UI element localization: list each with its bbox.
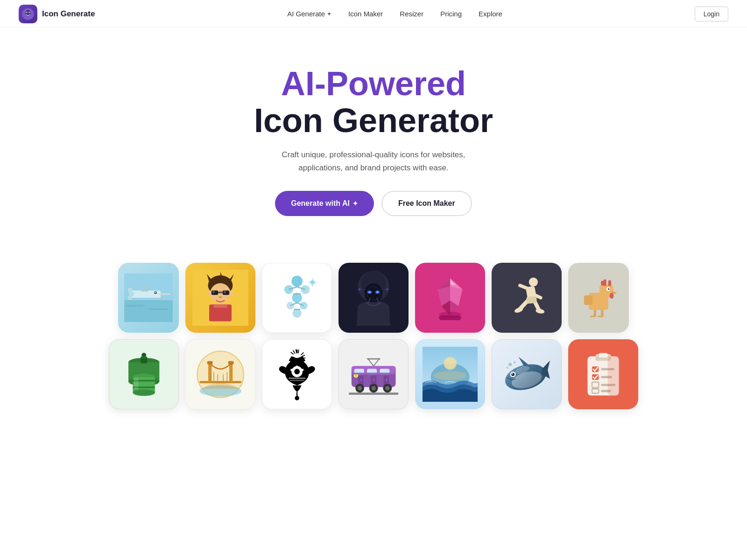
nav-item-resizer[interactable]: Resizer (400, 10, 423, 18)
svg-rect-100 (601, 310, 603, 317)
svg-point-5 (29, 12, 30, 13)
svg-point-108 (133, 389, 155, 396)
svg-rect-11 (128, 288, 132, 292)
list-item (262, 339, 332, 409)
svg-rect-102 (598, 315, 603, 317)
list-item (338, 263, 409, 333)
svg-rect-120 (229, 363, 233, 382)
list-item (492, 339, 562, 409)
svg-point-182 (506, 366, 508, 369)
svg-rect-26 (211, 290, 218, 295)
generate-ai-button[interactable]: Generate with AI ✦ (275, 191, 374, 216)
logo[interactable]: Icon Generate (19, 5, 95, 23)
svg-point-35 (284, 285, 293, 294)
list-item (185, 263, 255, 333)
svg-rect-144 (290, 380, 304, 381)
list-item (185, 339, 255, 409)
svg-line-167 (374, 359, 379, 366)
svg-point-64 (387, 288, 389, 290)
svg-point-31 (218, 296, 222, 298)
svg-point-96 (609, 288, 610, 289)
svg-rect-30 (224, 292, 226, 293)
hero-section: AI-Powered Icon Generator Craft unique, … (0, 28, 747, 263)
svg-point-53 (365, 283, 382, 303)
svg-rect-7 (124, 300, 173, 322)
list-item (262, 263, 332, 333)
nav-item-ai-generate[interactable]: AI Generate ✦ (287, 10, 331, 18)
hero-subtitle: Craft unique, professional-quality icons… (257, 148, 490, 174)
icon-gallery (0, 263, 747, 434)
svg-rect-114 (134, 378, 138, 389)
svg-point-180 (508, 363, 512, 366)
svg-rect-195 (608, 356, 619, 395)
svg-rect-86 (526, 296, 537, 303)
svg-point-40 (293, 308, 302, 317)
svg-rect-13 (141, 286, 148, 291)
hero-title-ai: AI-Powered Icon Generator (9, 65, 738, 139)
svg-rect-27 (223, 290, 229, 295)
svg-point-78 (529, 278, 538, 287)
svg-point-162 (371, 386, 375, 390)
svg-rect-89 (584, 295, 593, 305)
svg-point-141 (301, 369, 303, 371)
svg-line-166 (368, 359, 374, 366)
svg-rect-99 (594, 310, 596, 317)
svg-rect-28 (218, 292, 223, 294)
svg-rect-154 (374, 378, 374, 381)
svg-point-160 (358, 386, 362, 390)
svg-point-36 (301, 285, 310, 294)
list-item (568, 339, 638, 409)
svg-rect-143 (289, 378, 305, 378)
svg-rect-10 (158, 293, 170, 294)
svg-rect-165 (349, 392, 399, 395)
svg-point-4 (26, 12, 27, 13)
svg-point-38 (286, 301, 294, 309)
svg-line-135 (290, 352, 294, 354)
svg-line-133 (292, 350, 296, 353)
svg-rect-186 (599, 353, 607, 357)
svg-point-172 (444, 357, 456, 369)
list-item (338, 339, 409, 409)
free-icon-maker-button[interactable]: Free Icon Maker (381, 191, 472, 216)
svg-rect-153 (361, 378, 361, 381)
svg-point-98 (610, 293, 613, 298)
svg-rect-17 (148, 308, 168, 310)
svg-point-178 (512, 373, 513, 374)
svg-point-173 (433, 371, 466, 380)
gallery-row-2 (0, 339, 747, 409)
list-item (118, 263, 179, 333)
svg-point-57 (368, 291, 371, 293)
cta-group: Generate with AI ✦ Free Icon Maker (9, 191, 738, 216)
nav-item-icon-maker[interactable]: Icon Maker (348, 10, 383, 18)
svg-point-181 (514, 361, 516, 363)
svg-rect-101 (590, 315, 596, 317)
svg-point-157 (354, 374, 357, 377)
list-item (492, 263, 562, 333)
svg-rect-9 (129, 292, 134, 295)
svg-rect-119 (208, 363, 211, 382)
svg-point-164 (385, 386, 389, 390)
nav-links: AI Generate ✦ Icon Maker Resizer Pricing… (287, 10, 502, 18)
svg-rect-158 (352, 372, 396, 374)
svg-rect-92 (608, 280, 611, 286)
list-item (109, 339, 179, 409)
svg-point-34 (291, 275, 303, 287)
svg-rect-33 (214, 304, 227, 308)
svg-rect-93 (601, 280, 604, 285)
svg-rect-76 (439, 315, 461, 320)
svg-point-177 (511, 372, 514, 376)
svg-rect-155 (386, 378, 387, 381)
svg-point-137 (294, 369, 300, 374)
gallery-row-1 (0, 263, 747, 333)
svg-point-113 (141, 353, 146, 357)
login-button[interactable]: Login (695, 7, 728, 21)
nav-item-explore[interactable]: Explore (479, 10, 502, 18)
logo-text: Icon Generate (42, 9, 95, 19)
sparkle-icon: ✦ (327, 11, 331, 17)
svg-point-63 (359, 288, 361, 290)
nav-item-pricing[interactable]: Pricing (440, 10, 462, 18)
svg-point-139 (295, 396, 299, 400)
svg-point-140 (290, 369, 293, 371)
svg-rect-29 (212, 292, 215, 293)
navbar: Icon Generate AI Generate ✦ Icon Maker R… (0, 0, 747, 28)
